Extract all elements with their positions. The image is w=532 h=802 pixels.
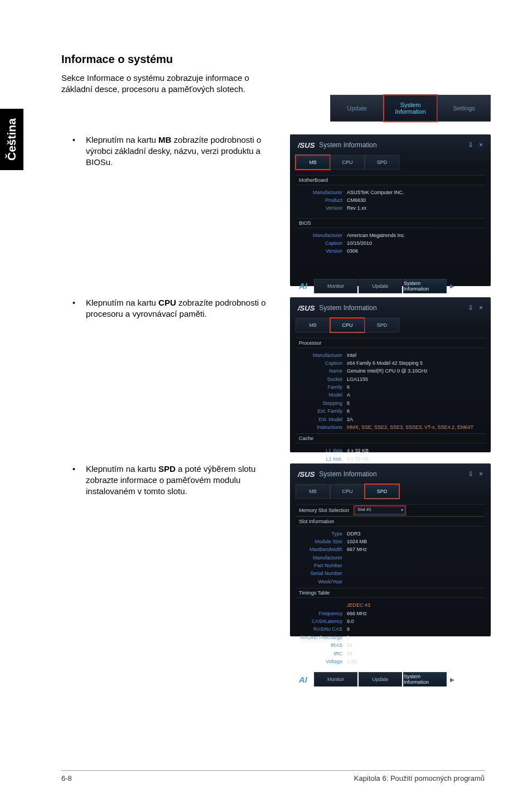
memory-slot-selection: Memory Slot Selection Slot #1 ▾ — [296, 504, 485, 516]
pin-icon[interactable]: ⇩ — [468, 304, 473, 312]
footer-update[interactable]: Update — [359, 672, 402, 687]
chevron-down-icon: ▾ — [401, 508, 403, 513]
top-tabs: Update System Information Settings — [330, 95, 491, 122]
subtab-cpu[interactable]: CPU — [330, 484, 365, 499]
footer-update[interactable]: Update — [359, 279, 402, 293]
asus-logo: /SUS — [298, 304, 315, 312]
tab-system-information[interactable]: System Information — [384, 95, 437, 122]
bullet-mb: Klepnutím na kartu MB zobrazíte podrobno… — [86, 134, 273, 168]
arrow-right-icon[interactable]: ▶ — [450, 283, 454, 289]
subtab-spd[interactable]: SPD — [365, 484, 399, 499]
window-title: System Information — [319, 470, 376, 478]
screenshot-cpu: /SUS System Information ⇩ × MB CPU SPD P… — [290, 297, 491, 452]
band-timings: Timings Table — [296, 588, 485, 598]
band-processor: Processor — [296, 338, 485, 348]
ai-logo: AI — [296, 281, 311, 291]
footer-monitor[interactable]: Monitor — [314, 672, 357, 687]
page-content: Informace o systému Sekce Informace o sy… — [61, 53, 491, 636]
asus-logo: /SUS — [298, 141, 315, 149]
footer-sysinfo[interactable]: System Information — [403, 279, 447, 293]
pin-icon[interactable]: ⇩ — [468, 141, 473, 149]
band-bios: BIOS — [296, 218, 485, 228]
bullet-dot: • — [72, 136, 79, 144]
band-slot-info: Slot Information — [296, 516, 485, 526]
tab-settings[interactable]: Settings — [437, 95, 491, 122]
arrow-right-icon[interactable]: ▶ — [450, 677, 454, 683]
bullet-spd: Klepnutím na kartu SPD a poté výběrem sl… — [86, 463, 273, 497]
subtab-spd[interactable]: SPD — [365, 155, 399, 170]
slot-dropdown[interactable]: Slot #1 ▾ — [355, 506, 405, 514]
footer-monitor[interactable]: Monitor — [314, 279, 357, 293]
subtab-mb[interactable]: MB — [296, 155, 330, 170]
page-footer: 6-8 Kapitola 6: Použití pomocných progra… — [61, 770, 485, 782]
page-heading: Informace o systému — [61, 53, 491, 66]
subtab-mb[interactable]: MB — [296, 484, 330, 499]
subtab-cpu[interactable]: CPU — [330, 155, 365, 170]
subtab-cpu[interactable]: CPU — [330, 318, 365, 332]
asus-logo: /SUS — [298, 470, 315, 479]
subtab-spd[interactable]: SPD — [365, 318, 399, 332]
window-title: System Information — [319, 304, 376, 312]
screenshot-mb: /SUS System Information ⇩ × MB CPU SPD M… — [290, 134, 491, 286]
intro-text: Sekce Informace o systému zobrazuje info… — [61, 73, 268, 95]
close-icon[interactable]: × — [479, 304, 483, 312]
close-icon[interactable]: × — [479, 141, 483, 149]
bullet-dot: • — [72, 298, 79, 307]
screenshot-spd: /SUS System Information ⇩ × MB CPU SPD M… — [290, 463, 491, 636]
close-icon[interactable]: × — [479, 470, 483, 478]
language-tab: Čeština — [0, 109, 23, 170]
footer-sysinfo[interactable]: System Information — [403, 672, 447, 687]
bullet-dot: • — [72, 465, 79, 474]
ai-logo: AI — [296, 675, 311, 684]
page-number: 6-8 — [61, 774, 72, 782]
window-title: System Information — [319, 141, 376, 149]
tab-update[interactable]: Update — [330, 95, 384, 122]
band-motherboard: MotherBoard — [296, 175, 485, 185]
band-cache: Cache — [296, 433, 485, 443]
subtab-mb[interactable]: MB — [296, 318, 330, 332]
chapter-label: Kapitola 6: Použití pomocných programů — [354, 774, 485, 782]
pin-icon[interactable]: ⇩ — [468, 470, 473, 478]
bullet-cpu: Klepnutím na kartu CPU zobrazíte podrobn… — [86, 297, 273, 320]
